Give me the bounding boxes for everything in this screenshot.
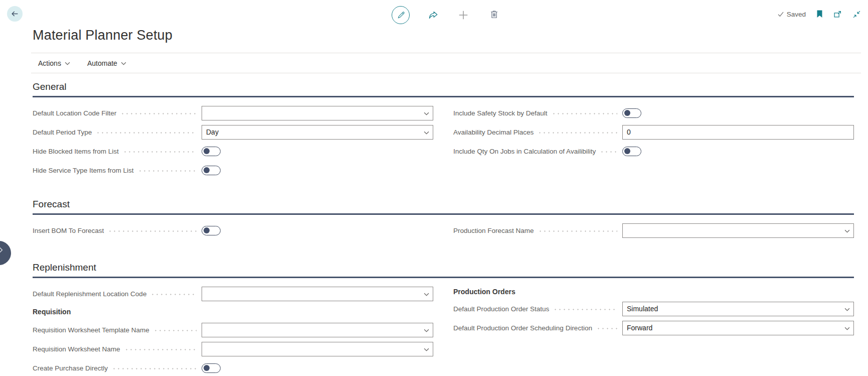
toggle-knob: [204, 365, 210, 371]
collapse-arrows-icon: [852, 10, 861, 19]
dotted-leader: [96, 132, 197, 134]
field-label: Requisition Worksheet Name: [33, 345, 120, 353]
section-general: General Default Location Code Filter Def…: [33, 81, 854, 180]
requisition-worksheet-name-combobox[interactable]: [202, 342, 433, 356]
side-panel-handle[interactable]: [0, 241, 11, 265]
dotted-leader: [538, 230, 617, 232]
combobox-value: Forward: [627, 324, 652, 332]
field-label: Production Forecast Name: [453, 227, 534, 234]
chevron-down-icon: [844, 229, 850, 233]
toggle-knob: [624, 148, 630, 154]
section-heading-forecast: Forecast: [33, 199, 854, 215]
dotted-leader: [150, 294, 197, 295]
field-hide-blocked-items: Hide Blocked Items from List: [33, 142, 433, 161]
section-replenishment: Replenishment Default Replenishment Loca…: [33, 262, 854, 376]
default-location-code-filter-combobox[interactable]: [202, 106, 433, 120]
popout-icon: [833, 10, 842, 19]
edit-button[interactable]: [392, 6, 410, 24]
subheading-requisition: Requisition: [33, 308, 71, 316]
trash-icon: [489, 9, 499, 20]
field-label: Default Production Order Status: [453, 305, 549, 313]
field-insert-bom-to-forecast: Insert BOM To Forecast: [33, 221, 433, 240]
menu-actions-label: Actions: [38, 59, 61, 67]
field-label: Create Purchase Directly: [33, 364, 108, 372]
bookmark-button[interactable]: [816, 10, 823, 18]
section-heading-replenishment: Replenishment: [33, 262, 854, 278]
hide-service-type-items-toggle[interactable]: [202, 166, 221, 175]
chevron-down-icon: [424, 329, 429, 332]
page-title: Material Planner Setup: [33, 25, 868, 45]
toggle-knob: [204, 167, 210, 173]
field-include-qty-on-jobs: Include Qty On Jobs in Calculation of Av…: [453, 142, 854, 161]
field-create-purchase-directly: Create Purchase Directly: [33, 358, 433, 376]
field-requisition-worksheet-name: Requisition Worksheet Name: [33, 339, 433, 358]
chevron-down-icon: [65, 61, 70, 65]
toggle-knob: [204, 227, 210, 233]
field-include-safety-stock: Include Safety Stock by Default: [453, 103, 854, 122]
field-label: Hide Blocked Items from List: [33, 148, 119, 155]
dotted-leader: [552, 113, 617, 114]
back-button[interactable]: [7, 6, 23, 22]
collapse-page-button[interactable]: [852, 10, 861, 19]
bookmark-icon: [816, 10, 823, 18]
chevron-down-icon: [844, 327, 850, 330]
requisition-worksheet-template-name-combobox[interactable]: [202, 323, 433, 337]
field-default-production-order-status: Default Production Order Status Simulate…: [453, 299, 854, 318]
include-safety-stock-toggle[interactable]: [622, 108, 641, 118]
availability-decimal-places-input[interactable]: 0: [622, 125, 854, 140]
field-label: Default Location Code Filter: [33, 109, 116, 117]
dotted-leader: [600, 151, 617, 153]
production-forecast-name-combobox[interactable]: [622, 223, 854, 238]
menu-automate[interactable]: Automate: [87, 59, 126, 67]
field-hide-service-type-items: Hide Service Type Items from List: [33, 161, 433, 180]
top-action-bar: Saved: [0, 0, 868, 25]
field-default-replenishment-location-code: Default Replenishment Location Code: [33, 284, 433, 303]
field-production-forecast-name: Production Forecast Name: [453, 221, 854, 240]
input-value: 0: [627, 128, 631, 136]
chevron-down-icon: [844, 308, 850, 311]
delete-button[interactable]: [489, 9, 499, 20]
create-purchase-directly-toggle[interactable]: [202, 363, 221, 373]
toggle-knob: [624, 110, 630, 116]
field-label: Include Safety Stock by Default: [453, 109, 548, 117]
field-requisition-worksheet-template-name: Requisition Worksheet Template Name: [33, 320, 433, 339]
field-label: Requisition Worksheet Template Name: [33, 326, 149, 334]
toggle-knob: [204, 148, 210, 154]
share-icon: [428, 10, 439, 21]
subheading-production-orders: Production Orders: [453, 288, 515, 296]
field-label: Insert BOM To Forecast: [33, 227, 104, 234]
dotted-leader: [124, 349, 197, 350]
field-label: Availability Decimal Places: [453, 129, 534, 136]
field-label: Default Replenishment Location Code: [33, 290, 146, 298]
section-heading-general: General: [33, 81, 854, 97]
menu-actions[interactable]: Actions: [38, 59, 70, 67]
default-production-order-scheduling-direction-combobox[interactable]: Forward: [622, 321, 854, 335]
save-status-label: Saved: [787, 11, 806, 18]
field-default-production-order-scheduling-direction: Default Production Order Scheduling Dire…: [453, 318, 854, 337]
insert-bom-to-forecast-toggle[interactable]: [202, 226, 221, 235]
dotted-leader: [123, 151, 197, 153]
dotted-leader: [138, 170, 197, 172]
dotted-leader: [108, 230, 197, 232]
menu-automate-label: Automate: [87, 59, 117, 67]
include-qty-on-jobs-toggle[interactable]: [622, 147, 641, 156]
pencil-icon: [396, 11, 406, 20]
default-period-type-combobox[interactable]: Day: [202, 125, 433, 140]
page-menubar: Actions Automate: [31, 53, 861, 73]
new-button[interactable]: [458, 10, 469, 21]
save-status: Saved: [777, 11, 806, 18]
combobox-value: Day: [206, 128, 219, 136]
section-forecast: Forecast Insert BOM To Forecast Producti…: [33, 199, 854, 240]
combobox-value: Simulated: [627, 305, 658, 313]
default-production-order-status-combobox[interactable]: Simulated: [622, 302, 854, 316]
hide-blocked-items-toggle[interactable]: [202, 147, 221, 156]
open-in-new-window-button[interactable]: [833, 10, 842, 19]
dotted-leader: [596, 328, 617, 329]
dotted-leader: [120, 113, 197, 114]
dotted-leader: [153, 330, 197, 331]
chevron-down-icon: [424, 112, 429, 115]
chevron-down-icon: [424, 293, 429, 296]
share-button[interactable]: [428, 10, 439, 21]
chevron-down-icon: [121, 61, 126, 65]
default-replenishment-location-code-combobox[interactable]: [202, 287, 433, 301]
